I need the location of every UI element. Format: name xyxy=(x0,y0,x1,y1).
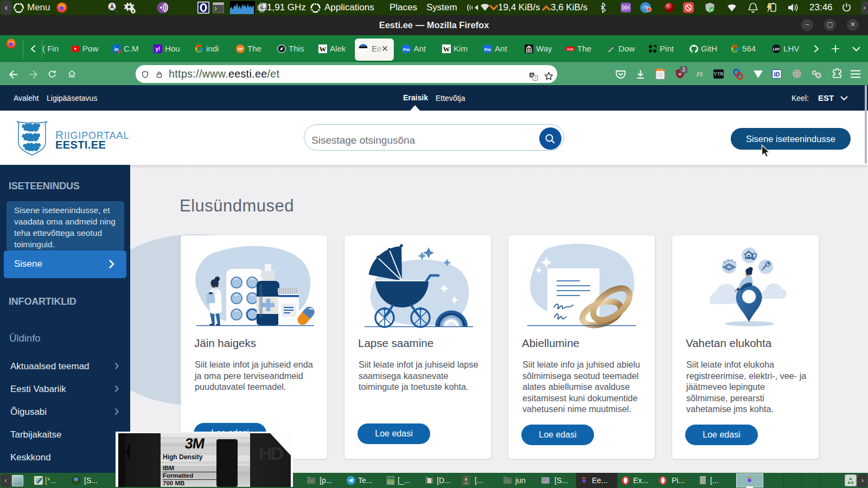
svg-text:700 MB: 700 MB xyxy=(163,480,184,486)
svg-text:IBM: IBM xyxy=(163,465,174,471)
svg-text:3M: 3M xyxy=(184,435,206,452)
svg-text:HD: HD xyxy=(259,443,284,464)
svg-text:W: W xyxy=(319,45,326,53)
svg-text:HUD: HUD xyxy=(567,48,573,51)
svg-text:W: W xyxy=(443,45,450,53)
svg-text:HP: HP xyxy=(238,47,243,51)
svg-text:Pm: Pm xyxy=(484,47,490,52)
svg-text:?: ? xyxy=(534,76,537,80)
svg-text:High Density: High Density xyxy=(163,453,203,461)
svg-text:A: A xyxy=(110,3,114,10)
svg-text:y!: y! xyxy=(155,46,160,52)
svg-text:Formatted: Formatted xyxy=(163,472,193,479)
svg-text:LHV: LHV xyxy=(773,47,780,51)
svg-text:in: in xyxy=(114,47,118,52)
svg-text:Pm: Pm xyxy=(403,47,410,52)
